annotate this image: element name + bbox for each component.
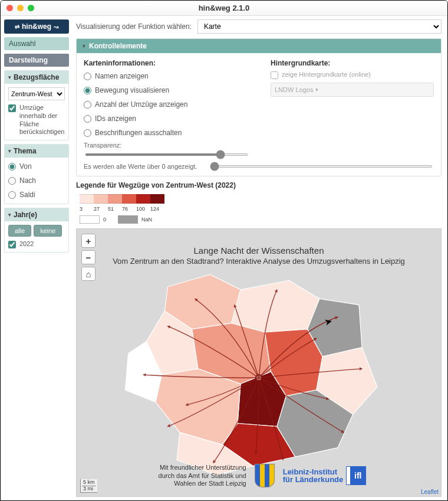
opt-anzahl[interactable]: Anzahl der Umzüge anzeigen bbox=[84, 99, 247, 110]
hintergrund-checkbox[interactable] bbox=[271, 71, 278, 79]
legend-swatch bbox=[122, 194, 136, 204]
opt-ids[interactable]: IDs anzeigen bbox=[84, 113, 247, 124]
hintergrund-title: Hintergrundkarte: bbox=[271, 59, 434, 67]
kontrollelemente-title: Kontrollelemente bbox=[89, 42, 147, 50]
app-window: hin&weg 2.1.0 ⇄ hin&weg ↝ Auswahl Darste… bbox=[0, 0, 448, 501]
legend: 3 27 51 76 100 124 0 NaN bbox=[76, 194, 442, 224]
panel-thema-head[interactable]: ▾ Thema bbox=[5, 145, 68, 158]
main-area: Visualisierung oder Funktion wählen: Kar… bbox=[73, 16, 447, 500]
chevron-down-icon: ▾ bbox=[8, 74, 11, 80]
value-threshold-slider[interactable] bbox=[210, 165, 433, 168]
tab-darstellung[interactable]: Darstellung bbox=[4, 54, 69, 67]
hintergrund-checkbox-label: zeige Hintergrundkarte (online) bbox=[282, 71, 371, 79]
thema-radio-nach[interactable]: Nach bbox=[8, 175, 65, 186]
legend-swatch bbox=[94, 194, 108, 204]
bezug-checkbox-row[interactable]: Umzüge innerhalb der Fläche berücksichti… bbox=[8, 104, 65, 136]
bezug-checkbox[interactable] bbox=[8, 104, 16, 112]
tab-auswahl[interactable]: Auswahl bbox=[4, 37, 69, 50]
hintergrund-select: LNDW Logos ▾ bbox=[271, 83, 434, 97]
radio-von-label: Von bbox=[19, 162, 32, 171]
legend-zero-swatch bbox=[80, 215, 100, 224]
karteninfo-title: Karteninformationen: bbox=[84, 59, 247, 67]
visualization-label: Visualisierung oder Funktion wählen: bbox=[76, 22, 192, 31]
window-title: hin&weg 2.1.0 bbox=[1, 4, 447, 12]
visualization-selector-row: Visualisierung oder Funktion wählen: Kar… bbox=[76, 19, 442, 34]
zoom-out-button[interactable]: − bbox=[81, 250, 95, 264]
radio-nach-label: Nach bbox=[19, 176, 36, 185]
karteninfo-col: Karteninformationen: Namen anzeigen Bewe… bbox=[84, 59, 247, 157]
jahr-2022-label: 2022 bbox=[19, 240, 34, 248]
panel-bezugsflaeche: ▾ Bezugsfläche Zentrum-West Umzüge inner… bbox=[4, 70, 69, 140]
opt-beschriftung[interactable]: Beschriftungen ausschalten bbox=[84, 127, 247, 138]
value-threshold-note: Es werden alle Werte über 0 angezeigt. bbox=[84, 163, 197, 170]
panel-thema-title: Thema bbox=[14, 147, 37, 155]
legend-labels: 3 27 51 76 100 124 bbox=[80, 206, 164, 212]
jahre-none-button[interactable]: keine bbox=[34, 225, 62, 237]
bezug-checkbox-label: Umzüge innerhalb der Fläche berücksichti… bbox=[19, 104, 65, 136]
window-controls bbox=[6, 5, 34, 11]
titlebar: hin&weg 2.1.0 bbox=[1, 1, 447, 16]
hintergrund-col: Hintergrundkarte: zeige Hintergrundkarte… bbox=[271, 59, 434, 157]
legend-swatch bbox=[136, 194, 150, 204]
legend-swatch bbox=[150, 194, 164, 204]
kontrollelemente-card: ▾ Kontrollelemente Karteninformationen: … bbox=[76, 38, 442, 176]
radio-saldi[interactable] bbox=[8, 191, 16, 199]
panel-jahre-head[interactable]: ▾ Jahr(e) bbox=[5, 208, 68, 221]
panel-jahre-title: Jahr(e) bbox=[14, 211, 37, 219]
visualization-select[interactable]: Karte bbox=[197, 19, 442, 34]
chevron-down-icon: ▾ bbox=[83, 43, 85, 49]
jahre-all-button[interactable]: alle bbox=[8, 225, 31, 237]
thema-radio-saldi[interactable]: Saldi bbox=[8, 189, 65, 200]
jahr-2022-row[interactable]: 2022 bbox=[8, 240, 65, 248]
minimize-icon[interactable] bbox=[17, 5, 24, 11]
panel-thema: ▾ Thema Von Nach Saldi bbox=[4, 144, 69, 204]
logo-wave-icon: ↝ bbox=[54, 24, 58, 30]
chevron-down-icon: ▾ bbox=[8, 212, 11, 218]
legend-ramp bbox=[80, 194, 164, 204]
radio-nach[interactable] bbox=[8, 177, 16, 185]
maximize-icon[interactable] bbox=[28, 5, 34, 11]
opt-namen[interactable]: Namen anzeigen bbox=[84, 71, 247, 81]
panel-jahre: ▾ Jahr(e) alle keine 2022 bbox=[4, 208, 69, 253]
zoom-in-button[interactable]: + bbox=[81, 234, 95, 248]
map[interactable]: + − ⌂ Lange Nacht der Wissenschaften Vom… bbox=[76, 228, 442, 497]
legend-nan-swatch bbox=[118, 215, 138, 224]
bezug-select[interactable]: Zentrum-West bbox=[8, 87, 65, 100]
jahr-2022-checkbox[interactable] bbox=[8, 241, 16, 248]
legend-swatch bbox=[80, 194, 94, 204]
home-button[interactable]: ⌂ bbox=[81, 267, 95, 281]
hintergrund-checkbox-row[interactable]: zeige Hintergrundkarte (online) bbox=[271, 71, 434, 79]
logo-arrows-icon: ⇄ bbox=[15, 24, 19, 30]
kontrollelemente-head[interactable]: ▾ Kontrollelemente bbox=[77, 39, 441, 53]
sidebar: ⇄ hin&weg ↝ Auswahl Darstellung ▾ Bezugs… bbox=[1, 16, 73, 500]
close-icon[interactable] bbox=[6, 5, 13, 11]
panel-bezug-title: Bezugsfläche bbox=[14, 73, 59, 81]
app-logo: ⇄ hin&weg ↝ bbox=[4, 19, 69, 34]
chevron-down-icon: ▾ bbox=[8, 148, 11, 154]
thema-radio-von[interactable]: Von bbox=[8, 161, 65, 172]
legend-swatch bbox=[108, 194, 122, 204]
map-svg bbox=[77, 229, 441, 496]
transparency-label: Transparenz: bbox=[84, 142, 247, 149]
opt-bewegung[interactable]: Bewegung visualisieren bbox=[84, 85, 247, 96]
panel-bezug-head[interactable]: ▾ Bezugsfläche bbox=[5, 71, 68, 84]
map-scale: 5 km 3 mi bbox=[80, 479, 97, 493]
radio-von[interactable] bbox=[8, 163, 16, 171]
map-attribution[interactable]: Leaflet bbox=[421, 489, 439, 495]
radio-saldi-label: Saldi bbox=[19, 191, 35, 199]
chevron-down-icon: ▾ bbox=[315, 87, 318, 93]
transparency-slider[interactable] bbox=[85, 153, 248, 156]
logo-text: hin&weg bbox=[22, 22, 51, 31]
legend-title: Legende für Wegzüge von Zentrum-West (20… bbox=[76, 181, 442, 189]
